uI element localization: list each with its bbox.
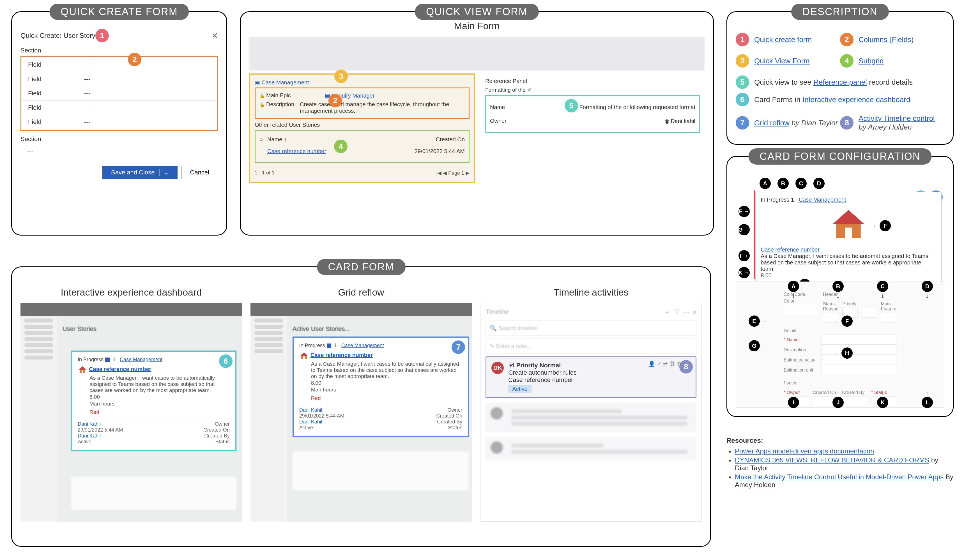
badge-6: 6	[219, 355, 233, 368]
dashboard-screenshot: User Stories 6 In Progress 1 Case Manage…	[20, 303, 242, 522]
name-label: Name	[490, 104, 518, 110]
letter-h: H	[842, 347, 853, 359]
quick-view-panel: QUICK VIEW FORM Main Form 3 ▣ Case Manag…	[240, 11, 714, 235]
desc-input[interactable]	[821, 345, 897, 355]
field-value[interactable]: ---	[84, 61, 90, 68]
letter-f: F	[880, 220, 891, 232]
tl-line: Case reference number	[508, 376, 577, 383]
tl-status-pill: Active	[508, 385, 531, 393]
badge-8: 8	[840, 116, 853, 130]
letter-g: G	[748, 340, 760, 352]
card-desc: As a Case Manager, I want cases to be au…	[311, 361, 463, 379]
cf-title-3: Timeline activities	[480, 287, 702, 298]
letter-c: C	[877, 281, 888, 292]
col-created[interactable]: Created On	[436, 136, 465, 143]
col-name[interactable]: Name ↑	[267, 136, 436, 143]
field-value[interactable]: ---	[84, 118, 90, 126]
subgrid-box: 4 ○Name ↑Created On Case reference numbe…	[255, 130, 470, 163]
letter-i: I	[738, 250, 750, 262]
resource-link[interactable]: DYNAMICS 365 VIEWS: REFLOW BEHAVIOR & CA…	[735, 456, 929, 464]
close-icon[interactable]: ✕	[212, 31, 218, 40]
reference-panel: Reference Panel Formatting of the ✕ 5 Na…	[481, 73, 705, 183]
letter-l: L	[922, 397, 933, 408]
ref-tab[interactable]: Formatting of the	[485, 87, 526, 93]
main-epic-label: 🔒Main Epic	[260, 92, 291, 99]
quick-view-box: 3 ▣ Case Management 2 🔒Main Epic▣ Enquir…	[249, 73, 475, 183]
badge-2: 2	[328, 94, 342, 107]
timeline-card-8[interactable]: 8 DK 🗹 Priority Normal Create autonumber…	[485, 357, 697, 398]
letter-a: A	[788, 281, 799, 292]
letter-c: C	[795, 178, 807, 189]
section-label: Section	[20, 135, 218, 143]
desc-label: 🔒Description	[260, 101, 294, 114]
badge-2: 2	[128, 53, 142, 66]
card-example-6[interactable]: 6 In Progress 1 Case Management Case ref…	[71, 350, 237, 451]
desc-7: Grid reflow by Dian Taylor	[754, 118, 838, 127]
qv-title-link[interactable]: Case Management	[262, 79, 309, 85]
resources-title: Resources:	[727, 437, 763, 444]
qc-header: Quick Create: User Story	[20, 32, 95, 40]
enter-note[interactable]: ✎ Enter a note...	[485, 338, 697, 353]
field-value[interactable]: ---	[84, 104, 90, 111]
name-input[interactable]	[821, 335, 897, 345]
letter-d: D	[813, 178, 825, 189]
card-title-link[interactable]: Case reference number	[89, 366, 151, 372]
desc-5: Quick view to see Reference panel record…	[754, 78, 913, 87]
card-title-link[interactable]: Case reference number	[310, 352, 373, 358]
link-quick-view[interactable]: Quick View Form	[754, 57, 810, 65]
card-desc: As a Case Manager, I want cases to be au…	[90, 375, 230, 393]
quick-create-panel: QUICK CREATE FORM Quick Create: User Sto…	[11, 11, 227, 235]
resource-link[interactable]: Power Apps model-driven apps documentati…	[735, 447, 874, 455]
tl-title: Priority Normal	[516, 362, 561, 369]
card-form-panel: CARD FORM Interactive experience dashboa…	[11, 267, 711, 547]
letter-b: B	[777, 178, 789, 189]
panel-title: DESCRIPTION	[791, 3, 889, 20]
related-title: Other related User Stories	[255, 122, 470, 128]
badge-1: 1	[95, 29, 109, 42]
house-icon	[299, 351, 309, 360]
owner-value: ◉ Dani kahil	[665, 118, 695, 125]
card-example-7[interactable]: 7 In Progress 1 Case Management Case ref…	[293, 337, 469, 437]
config-form: A B C D E G F H ColorCodeColor	[736, 282, 944, 408]
badge-6: 6	[736, 93, 749, 106]
field-value[interactable]: ---	[84, 75, 90, 83]
panel-title: QUICK CREATE FORM	[49, 3, 189, 20]
card-config-panel: CARD FORM CONFIGURATION A B C D 6 7 E G …	[727, 156, 953, 417]
resource-link[interactable]: Make the Activity Timeline Control Usefu…	[735, 473, 943, 481]
panel-title: QUICK VIEW FORM	[415, 3, 539, 20]
quick-view-details: 5 NameFormatting of the ot following req…	[485, 95, 700, 133]
desc-8: Activity Timeline control by Amey Holden	[858, 114, 935, 132]
card-tag: Red	[311, 395, 463, 401]
cf-title-2: Grid reflow	[250, 287, 472, 298]
badge-2: 2	[840, 33, 853, 46]
letter-b: B	[832, 281, 844, 292]
cf-title-1: Interactive experience dashboard	[20, 287, 242, 298]
save-button[interactable]: Save and Close │ ⌄	[102, 166, 177, 179]
tl-action-icons[interactable]: 👤 ✓ ⇄ 🗐 🗑 ⌃	[648, 361, 692, 367]
link-quick-create[interactable]: Quick create form	[754, 35, 812, 44]
field-value[interactable]: ---	[84, 90, 90, 97]
main-form-title: Main Form	[249, 20, 705, 32]
panel-title: CARD FORM CONFIGURATION	[748, 148, 932, 165]
name-value: Formatting of the ot following requested…	[579, 104, 695, 110]
field-value[interactable]: ---	[20, 144, 218, 157]
avatar: DK	[492, 362, 504, 374]
subgrid-date: 29/01/2022 5:44 AM	[415, 148, 465, 155]
cancel-button[interactable]: Cancel	[182, 166, 218, 179]
grid-screenshot: Active User Stories... 7 In Progress 1 C…	[250, 303, 472, 522]
search-timeline[interactable]: 🔍 Search timeline	[485, 320, 697, 336]
letter-i: I	[788, 397, 799, 408]
timeline-icons[interactable]: ＋ ▽ ⋯ ≡	[664, 308, 697, 317]
link-subgrid[interactable]: Subgrid	[858, 57, 884, 65]
color-input[interactable]	[784, 305, 817, 315]
card-title-link[interactable]: Case reference number	[761, 247, 820, 253]
house-icon	[78, 365, 87, 374]
house-icon	[761, 240, 936, 246]
badge-5: 5	[565, 99, 578, 112]
field-label: Field	[28, 118, 84, 126]
resources: Resources: Power Apps model-driven apps …	[727, 437, 953, 490]
fields-box: 2 Field--- Field--- Field--- Field--- Fi…	[20, 56, 218, 131]
timeline-title: Timeline	[485, 308, 508, 317]
timeline-screenshot: Timeline＋ ▽ ⋯ ≡ 🔍 Search timeline ✎ Ente…	[480, 303, 702, 522]
link-columns[interactable]: Columns (Fields)	[858, 35, 914, 44]
